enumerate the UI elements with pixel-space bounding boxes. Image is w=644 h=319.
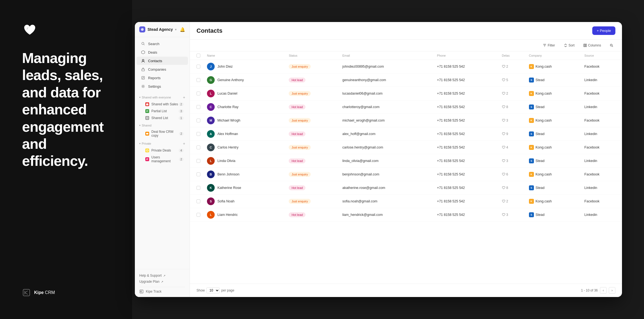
section-private-header[interactable]: ▾ Private + bbox=[135, 140, 190, 147]
table-row[interactable]: K Katherine Rose Hot lead akatherine.ros… bbox=[190, 181, 622, 195]
row-checkbox[interactable] bbox=[197, 159, 200, 163]
delas-cell: 3 bbox=[502, 159, 522, 163]
row-checkbox[interactable] bbox=[197, 119, 200, 122]
row-checkbox[interactable] bbox=[197, 78, 200, 82]
table-row[interactable]: C Carlos Hentry Just enquiry carlose.hen… bbox=[190, 141, 622, 154]
svg-point-15 bbox=[610, 44, 612, 46]
upgrade-plan-link[interactable]: Upgrade Plan ↗ bbox=[139, 279, 185, 285]
table-row[interactable]: L Liam Hendric Hot lead liam_hendrick@gm… bbox=[190, 208, 622, 222]
sidebar-item-partial-list-label: Partial List bbox=[151, 109, 167, 113]
status-badge: Hot lead bbox=[289, 78, 305, 82]
contact-source: Facebook bbox=[581, 195, 622, 208]
kipe-track[interactable]: Kipe Track bbox=[139, 287, 185, 294]
search-button[interactable] bbox=[608, 43, 615, 48]
contact-name: Carlos Hentry bbox=[217, 145, 238, 149]
sidebar-item-users-management[interactable]: Users management 2 bbox=[137, 154, 188, 164]
filter-button[interactable]: Filter bbox=[541, 42, 557, 48]
row-checkbox[interactable] bbox=[197, 65, 200, 68]
pagination: 1 - 10 of 36 ‹ › bbox=[581, 287, 615, 294]
table-row[interactable]: C Charlotte Ray Hot lead charlotteroy@gm… bbox=[190, 100, 622, 114]
sidebar-item-shared-list[interactable]: Shared List 1 bbox=[137, 115, 188, 121]
table-row[interactable]: A Alex Hoffman Hot lead alex_hoff@gmail.… bbox=[190, 127, 622, 141]
sidebar-item-contacts[interactable]: Contacts bbox=[137, 57, 188, 65]
table-row[interactable]: L Linda Olivia Hot lead linda_olivia@gma… bbox=[190, 154, 622, 168]
next-page-button[interactable]: › bbox=[609, 287, 615, 294]
sidebar-brand-button[interactable]: Stead Agency ▾ bbox=[139, 26, 176, 32]
left-panel: Managing leads, sales, and data for enha… bbox=[0, 0, 132, 319]
prev-page-button[interactable]: ‹ bbox=[600, 287, 607, 294]
contact-phone: +71 8158 525 542 bbox=[434, 208, 499, 222]
table-row[interactable]: J John Diez Just enquiry johndiez00895@g… bbox=[190, 60, 622, 73]
table-header: Name Status Email Phone Delas Company So… bbox=[190, 51, 622, 60]
sidebar-item-companies[interactable]: Companies bbox=[137, 65, 188, 73]
users-management-badge: 2 bbox=[179, 158, 184, 161]
filter-icon bbox=[543, 44, 546, 47]
per-page-select[interactable]: 10 25 50 bbox=[206, 287, 220, 293]
delas-cell: 3 bbox=[502, 213, 522, 217]
sidebar-item-private-deals[interactable]: Private Deals 4 bbox=[137, 147, 188, 154]
section-add-icon[interactable]: + bbox=[183, 95, 185, 100]
sidebar-item-contacts-label: Contacts bbox=[148, 59, 162, 63]
row-checkbox[interactable] bbox=[197, 213, 200, 217]
row-checkbox[interactable] bbox=[197, 145, 200, 149]
col-name: Name bbox=[204, 51, 285, 60]
select-all-checkbox[interactable] bbox=[197, 54, 200, 57]
heart-icon bbox=[502, 132, 505, 136]
contact-source: Facebook bbox=[581, 87, 622, 100]
section-private-add-icon[interactable]: + bbox=[183, 141, 185, 146]
section-shared-everyone-header[interactable]: ▾ Shared with everyone + bbox=[135, 94, 190, 101]
section-shared: ▾ Shared Deal flow CRM copy 2 bbox=[135, 123, 190, 139]
row-checkbox[interactable] bbox=[197, 186, 200, 190]
row-checkbox[interactable] bbox=[197, 199, 200, 203]
contact-source: Facebook bbox=[581, 141, 622, 154]
table-row[interactable]: B Benn Johnson Just enquiry benjohnson@g… bbox=[190, 168, 622, 181]
row-checkbox[interactable] bbox=[197, 172, 200, 176]
delas-count: 2 bbox=[506, 92, 508, 95]
table-row[interactable]: G Genuine Anthony Hot lead genuineanthon… bbox=[190, 73, 622, 87]
add-people-button[interactable]: + People bbox=[592, 26, 615, 35]
table-row[interactable]: S Sofia Noah Just enquiry sofia.noah@gma… bbox=[190, 195, 622, 208]
delas-cell: 2 bbox=[502, 92, 522, 95]
svg-point-3 bbox=[142, 59, 144, 61]
company-name: Kong.cash bbox=[536, 172, 552, 176]
company-icon: S bbox=[529, 185, 534, 190]
help-support-link[interactable]: Help & Support ↗ bbox=[139, 273, 185, 279]
sidebar-header: Stead Agency ▾ 🔔 bbox=[135, 22, 190, 37]
sidebar-item-partial-list[interactable]: Partial List 3 bbox=[137, 108, 188, 114]
sidebar-item-deals[interactable]: Deals bbox=[137, 48, 188, 56]
sidebar-item-shared-list-label: Shared List bbox=[151, 116, 168, 120]
heart-icon bbox=[502, 159, 505, 163]
svg-rect-7 bbox=[146, 104, 148, 105]
sort-button[interactable]: Sort bbox=[562, 42, 577, 48]
row-checkbox[interactable] bbox=[197, 92, 200, 95]
contact-name: Lucas Daniel bbox=[217, 92, 237, 95]
status-badge: Just enquiry bbox=[289, 64, 310, 69]
partial-list-icon bbox=[145, 109, 149, 113]
company-icon: S bbox=[529, 78, 534, 82]
delas-cell: 8 bbox=[502, 186, 522, 190]
table-row[interactable]: M Michael Wrogh Just enquiry michael_wro… bbox=[190, 114, 622, 127]
svg-rect-12 bbox=[140, 290, 143, 293]
sidebar-item-search[interactable]: Search bbox=[137, 40, 188, 48]
contact-name-cell: A Alex Hoffman bbox=[207, 130, 282, 138]
columns-button[interactable]: Columns bbox=[581, 42, 603, 48]
table-row[interactable]: L Lucas Daniel Just enquiry lucasdaniel0… bbox=[190, 87, 622, 100]
contact-name-cell: C Carlos Hentry bbox=[207, 144, 282, 151]
row-checkbox[interactable] bbox=[197, 132, 200, 136]
contact-source: Facebook bbox=[581, 60, 622, 73]
chevron-down-icon: ▾ bbox=[139, 142, 141, 145]
delas-count: 2 bbox=[506, 65, 508, 68]
contact-phone: +71 8158 525 542 bbox=[434, 60, 499, 73]
company-cell: S Stead bbox=[529, 158, 578, 163]
sidebar-item-reports[interactable]: Reports bbox=[137, 74, 188, 82]
columns-icon bbox=[583, 44, 587, 47]
sidebar-item-deal-flow[interactable]: Deal flow CRM copy 2 bbox=[137, 128, 188, 139]
avatar: L bbox=[207, 90, 215, 97]
svg-point-8 bbox=[146, 117, 148, 119]
svg-rect-0 bbox=[23, 289, 30, 296]
notification-bell-icon[interactable]: 🔔 bbox=[180, 27, 185, 32]
sidebar-item-settings[interactable]: Settings bbox=[137, 82, 188, 90]
sidebar-item-shared-with-sales[interactable]: Shared with Sales 2 bbox=[137, 101, 188, 108]
section-shared-header[interactable]: ▾ Shared bbox=[135, 123, 190, 128]
row-checkbox[interactable] bbox=[197, 105, 200, 109]
